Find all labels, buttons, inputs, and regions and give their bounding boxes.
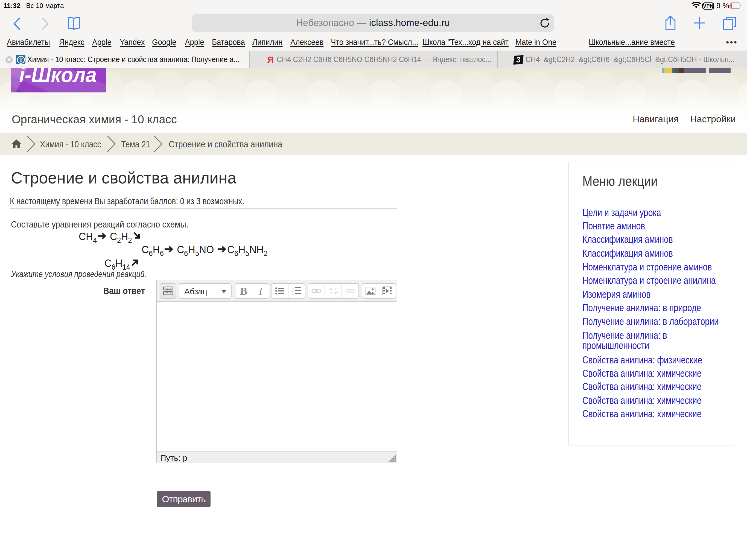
svg-text:1: 1 xyxy=(292,286,294,289)
svg-text:3: 3 xyxy=(292,292,294,295)
svg-text:2: 2 xyxy=(292,289,294,292)
